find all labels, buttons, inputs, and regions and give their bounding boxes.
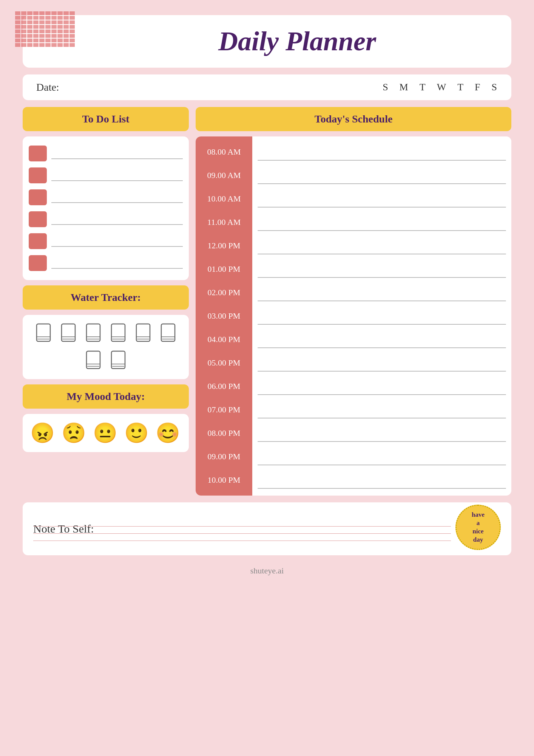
nice-day-badge: haveaniceday — [455, 505, 501, 550]
title-card: Daily Planner — [23, 15, 511, 68]
svg-rect-36 — [51, 25, 57, 29]
svg-rect-20 — [15, 20, 20, 24]
time-slot-0800pm: 08.00 PM — [196, 421, 252, 445]
entry-line — [258, 398, 506, 421]
right-column: Today's Schedule 08.00 AM 09.00 AM 10.00… — [196, 107, 511, 496]
note-lines — [33, 526, 451, 548]
svg-rect-37 — [57, 25, 63, 29]
mood-happy[interactable]: 🙂 — [124, 421, 149, 445]
todo-checkbox-3[interactable] — [29, 189, 47, 205]
mood-angry[interactable]: 😠 — [30, 421, 55, 445]
svg-rect-59 — [69, 34, 75, 38]
svg-rect-35 — [45, 25, 51, 29]
svg-rect-15 — [45, 16, 51, 20]
svg-rect-76 — [51, 43, 57, 47]
svg-rect-8 — [63, 11, 69, 15]
water-glass-icon — [108, 322, 128, 344]
todo-checkbox-1[interactable] — [29, 146, 47, 161]
mood-very-happy[interactable]: 😊 — [156, 421, 180, 445]
time-slot-0100pm: 01.00 PM — [196, 257, 252, 281]
note-section: Note To Self: haveaniceday — [23, 502, 511, 555]
time-column: 08.00 AM 09.00 AM 10.00 AM 11.00 AM 12.0… — [196, 136, 252, 496]
day-friday: F — [475, 82, 481, 93]
todo-item — [29, 230, 183, 252]
svg-rect-40 — [15, 29, 20, 33]
svg-rect-96 — [136, 324, 150, 341]
svg-rect-34 — [39, 25, 45, 29]
todo-checkbox-2[interactable] — [29, 167, 47, 183]
page-title: Daily Planner — [218, 26, 376, 57]
svg-rect-79 — [69, 43, 75, 47]
entry-line — [258, 304, 506, 328]
schedule-section: 08.00 AM 09.00 AM 10.00 AM 11.00 AM 12.0… — [196, 136, 511, 496]
svg-rect-48 — [63, 29, 69, 33]
time-slot-0800am: 08.00 AM — [196, 140, 252, 164]
svg-rect-23 — [33, 20, 39, 24]
svg-rect-77 — [57, 43, 63, 47]
svg-rect-18 — [63, 16, 69, 20]
day-wednesday: W — [437, 82, 447, 93]
date-row: Date: S M T W T F S — [23, 74, 511, 100]
svg-rect-45 — [45, 29, 51, 33]
todo-header: To Do List — [23, 107, 189, 131]
svg-rect-46 — [51, 29, 57, 33]
todo-item — [29, 186, 183, 208]
water-glass-icon — [133, 322, 153, 344]
day-saturday: S — [492, 82, 498, 93]
todo-checkbox-5[interactable] — [29, 233, 47, 249]
day-monday: M — [400, 82, 409, 93]
svg-rect-75 — [45, 43, 51, 47]
svg-rect-51 — [21, 34, 26, 38]
svg-rect-12 — [27, 16, 32, 20]
water-glass-icon — [108, 350, 128, 372]
water-glass-icon — [59, 322, 78, 344]
svg-rect-58 — [63, 34, 69, 38]
svg-rect-22 — [27, 20, 32, 24]
svg-rect-32 — [27, 25, 32, 29]
svg-rect-2 — [27, 11, 32, 15]
svg-rect-50 — [15, 34, 20, 38]
svg-rect-3 — [33, 11, 39, 15]
todo-checkbox-6[interactable] — [29, 255, 47, 271]
mood-sad[interactable]: 😟 — [62, 421, 86, 445]
svg-rect-9 — [69, 11, 75, 15]
left-column: To Do List — [23, 107, 189, 496]
todo-section — [23, 136, 189, 280]
svg-rect-10 — [15, 16, 20, 20]
svg-rect-25 — [45, 20, 51, 24]
svg-rect-49 — [69, 29, 75, 33]
svg-rect-27 — [57, 20, 63, 24]
svg-rect-78 — [63, 43, 69, 47]
svg-rect-71 — [21, 43, 26, 47]
nice-day-text: haveaniceday — [472, 511, 485, 544]
svg-rect-53 — [33, 34, 39, 38]
schedule-body: 08.00 AM 09.00 AM 10.00 AM 11.00 AM 12.0… — [196, 136, 511, 496]
svg-rect-13 — [33, 16, 39, 20]
main-content: To Do List — [23, 107, 511, 496]
svg-rect-84 — [62, 324, 75, 341]
svg-rect-43 — [33, 29, 39, 33]
time-slot-1100am: 11.00 AM — [196, 211, 252, 234]
day-sunday: S — [383, 82, 389, 93]
mood-neutral[interactable]: 😐 — [93, 421, 117, 445]
day-thursday: T — [457, 82, 464, 93]
svg-rect-100 — [161, 324, 175, 341]
time-slot-1200pm: 12.00 PM — [196, 234, 252, 257]
svg-rect-55 — [45, 34, 51, 38]
svg-rect-0 — [15, 11, 20, 15]
svg-rect-69 — [69, 39, 75, 42]
svg-rect-47 — [57, 29, 63, 33]
svg-rect-11 — [21, 16, 26, 20]
todo-checkbox-4[interactable] — [29, 211, 47, 227]
svg-rect-68 — [63, 39, 69, 42]
svg-rect-5 — [45, 11, 51, 15]
svg-rect-57 — [57, 34, 63, 38]
footer: shuteye.ai — [23, 562, 511, 583]
todo-item — [29, 252, 183, 274]
entry-line — [258, 187, 506, 211]
time-slot-0200pm: 02.00 PM — [196, 281, 252, 304]
entry-column — [252, 136, 511, 496]
svg-rect-24 — [39, 20, 45, 24]
svg-rect-17 — [57, 16, 63, 20]
entry-line — [258, 140, 506, 164]
